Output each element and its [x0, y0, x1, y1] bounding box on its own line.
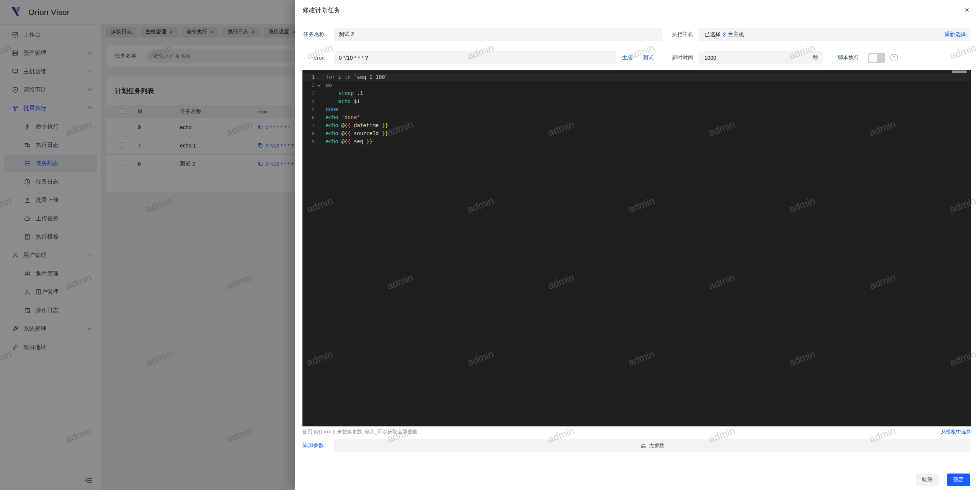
fold-gutter — [315, 113, 322, 121]
code-line: 6echo 'done' — [302, 113, 971, 121]
fold-gutter — [315, 97, 322, 105]
code-text: echo @{{ seq }} — [322, 138, 971, 146]
fold-gutter — [315, 73, 322, 81]
fold-chevron-icon[interactable] — [315, 81, 322, 89]
code-line: 8echo @{{ sourceId }} — [302, 129, 971, 138]
code-line: 4 echo $i — [302, 97, 971, 105]
code-text: do — [322, 81, 971, 89]
code-text: echo @{{ datetime }} — [322, 121, 971, 129]
code-text: done — [322, 105, 971, 113]
exec-host-label: 执行主机 — [660, 28, 693, 41]
line-number: 4 — [302, 97, 315, 105]
code-text: echo @{{ sourceId }} — [322, 129, 971, 138]
fold-gutter — [315, 105, 322, 113]
no-param-text: 无参数 — [649, 442, 665, 449]
param-row: 添加参数 无参数 — [295, 439, 980, 452]
toggle-knob — [869, 54, 877, 62]
timeout-field[interactable]: 1000 秒 — [699, 51, 823, 64]
task-name-label: 任务名称 — [302, 28, 325, 41]
modal-header: 修改计划任务 × — [295, 0, 980, 20]
line-number: 6 — [302, 113, 315, 121]
code-line: 3 sleep .1 — [302, 89, 971, 97]
script-code-editor[interactable]: 1for i in `seq 1 100`2do3 sleep .14 echo… — [302, 70, 971, 426]
code-text: echo $i — [322, 97, 971, 105]
fold-gutter — [315, 138, 322, 146]
timeout-value: 1000 — [704, 55, 716, 61]
fold-gutter — [315, 121, 322, 129]
cancel-button[interactable]: 取消 — [916, 474, 939, 486]
cron-generate-link[interactable]: 生成 — [622, 54, 632, 61]
cron-label: cron — [302, 51, 325, 64]
code-text: sleep .1 — [322, 89, 971, 97]
task-name-field[interactable]: 测试 2 — [334, 28, 662, 41]
overview-ruler-cursor — [952, 70, 967, 73]
reselect-hosts-link[interactable]: 重新选择 — [944, 31, 966, 38]
host-selected-prefix: 已选择 — [704, 31, 720, 38]
choose-from-template-link[interactable]: 从模板中选择 — [941, 428, 971, 435]
script-exec-label: 脚本执行 — [838, 51, 859, 64]
param-usage-hint: 使用 @{{ xxx }} 来替换参数, 输入_可以获取全部变量 — [302, 429, 417, 434]
timeout-label: 超时时间 — [660, 51, 693, 64]
exec-host-field: 已选择 2 台主机 重新选择 — [699, 28, 971, 41]
fold-gutter — [315, 89, 322, 97]
host-selected-suffix: 台主机 — [728, 31, 744, 38]
code-line: 7echo @{{ datetime }} — [302, 121, 971, 129]
code-line: 1for i in `seq 1 100` — [302, 73, 971, 81]
code-line: 2do — [302, 81, 971, 89]
code-lines: 1for i in `seq 1 100`2do3 sleep .14 echo… — [302, 73, 971, 146]
code-line: 9echo @{{ seq }} — [302, 138, 971, 146]
line-number: 7 — [302, 121, 315, 129]
line-number: 9 — [302, 138, 315, 146]
cron-value: 0 */10 * * * ? — [339, 55, 368, 61]
line-number: 1 — [302, 73, 315, 81]
modal-title: 修改计划任务 — [302, 0, 340, 20]
editor-hint-row: 使用 @{{ xxx }} 来替换参数, 输入_可以获取全部变量 从模板中选择 — [302, 428, 971, 436]
add-param-link[interactable]: 添加参数 — [302, 439, 324, 452]
code-text: echo 'done' — [322, 113, 971, 121]
empty-box-icon — [640, 443, 646, 449]
line-number: 2 — [302, 81, 315, 89]
fold-gutter — [315, 129, 322, 138]
close-icon[interactable]: × — [960, 0, 974, 20]
cron-field[interactable]: 0 */10 * * * ? — [334, 51, 616, 64]
line-number: 5 — [302, 105, 315, 113]
code-line: 5done — [302, 105, 971, 113]
edit-scheduled-task-modal: 修改计划任务 × 任务名称 测试 2 执行主机 已选择 2 台主机 重新选择 c… — [295, 0, 980, 490]
help-icon[interactable]: ? — [890, 54, 898, 61]
host-selected-count: 2 — [723, 31, 726, 38]
modal-footer: 取消 确定 — [295, 469, 980, 490]
code-text: for i in `seq 1 100` — [322, 73, 971, 81]
script-exec-toggle[interactable] — [868, 53, 885, 63]
task-name-value: 测试 2 — [339, 31, 354, 38]
confirm-button[interactable]: 确定 — [947, 474, 970, 486]
no-param-empty-state: 无参数 — [334, 439, 971, 452]
cron-test-link[interactable]: 测试 — [643, 54, 653, 61]
timeout-unit: 秒 — [813, 54, 818, 61]
line-number: 8 — [302, 129, 315, 138]
cron-actions: 生成 测试 — [622, 51, 653, 64]
line-number: 3 — [302, 89, 315, 97]
